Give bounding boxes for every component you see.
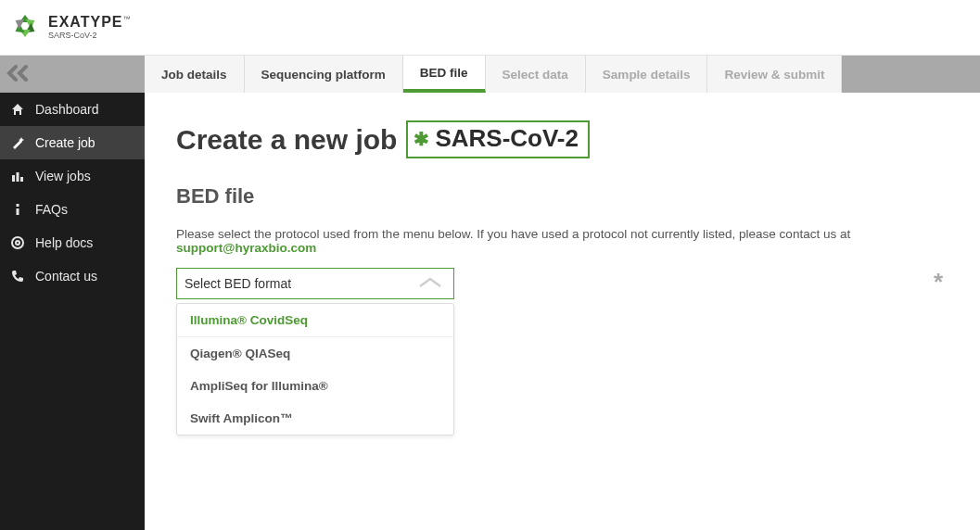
dropdown-option-swift-amplicon[interactable]: Swift Amplicon™ xyxy=(177,402,453,435)
sidebar-item-contact-us[interactable]: Contact us xyxy=(0,259,145,293)
dropdown-option-ampliseq-illumina[interactable]: AmpliSeq for Illumina® xyxy=(177,370,453,402)
brand-text: EXATYPE™ SARS-CoV-2 xyxy=(48,15,131,40)
svg-rect-4 xyxy=(17,208,19,215)
section-description: Please select the protocol used from the… xyxy=(176,227,948,255)
dropdown-option-qiagen-qiaseq[interactable]: Qiagen® QIASeq xyxy=(177,337,453,370)
wizard-tabs: Job details Sequencing platform BED file… xyxy=(145,56,980,93)
virus-icon: ✱ xyxy=(414,128,429,150)
brand-tm: ™ xyxy=(123,15,131,23)
tab-select-data: Select data xyxy=(486,56,586,93)
sidebar-item-label: Contact us xyxy=(35,269,97,284)
virus-badge: ✱ SARS-CoV-2 xyxy=(406,120,590,158)
page-title-row: Create a new job ✱ SARS-CoV-2 xyxy=(176,120,948,158)
section-title: BED file xyxy=(176,184,948,208)
tab-job-details[interactable]: Job details xyxy=(145,56,245,93)
sidebar-item-label: Create job xyxy=(35,135,95,150)
life-ring-icon xyxy=(11,236,24,249)
tab-review-submit: Review & submit xyxy=(707,56,842,93)
sidebar-collapse-toggle[interactable] xyxy=(0,56,145,93)
phone-icon xyxy=(11,270,24,283)
sidebar: Dashboard Create job View jobs FAQs Help xyxy=(0,56,145,530)
chevron-double-left-icon xyxy=(6,65,32,84)
svg-rect-2 xyxy=(20,177,23,182)
dropdown-option-illumina-covidseq[interactable]: Illumina® CovidSeq xyxy=(177,304,453,337)
sidebar-item-label: Help docs xyxy=(35,235,93,250)
sidebar-item-label: Dashboard xyxy=(35,102,99,117)
content-area: Job details Sequencing platform BED file… xyxy=(145,56,980,530)
tab-sequencing-platform[interactable]: Sequencing platform xyxy=(245,56,403,93)
brand-subtitle: SARS-CoV-2 xyxy=(48,32,131,40)
bars-icon xyxy=(11,170,24,183)
sidebar-item-label: FAQs xyxy=(35,202,68,217)
svg-rect-3 xyxy=(17,204,19,207)
support-email-link[interactable]: support@hyraxbio.com xyxy=(176,241,316,255)
required-indicator: * xyxy=(934,268,948,297)
bed-format-select[interactable]: Select BED format xyxy=(176,268,454,299)
info-icon xyxy=(11,203,24,216)
bed-format-dropdown: Illumina® CovidSeq Qiagen® QIASeq AmpliS… xyxy=(176,303,454,435)
sidebar-item-view-jobs[interactable]: View jobs xyxy=(0,159,145,193)
home-icon xyxy=(11,103,24,116)
sidebar-item-create-job[interactable]: Create job xyxy=(0,126,145,159)
svg-point-5 xyxy=(12,237,23,248)
svg-rect-1 xyxy=(17,172,19,182)
tab-bed-file[interactable]: BED file xyxy=(403,56,486,93)
chevron-up-icon xyxy=(416,276,444,292)
virus-badge-label: SARS-CoV-2 xyxy=(435,124,579,153)
svg-point-6 xyxy=(16,241,19,245)
tab-sample-details: Sample details xyxy=(586,56,708,93)
sidebar-item-dashboard[interactable]: Dashboard xyxy=(0,93,145,126)
svg-rect-0 xyxy=(12,175,15,182)
select-placeholder: Select BED format xyxy=(185,276,291,291)
top-header: EXATYPE™ SARS-CoV-2 xyxy=(0,0,980,56)
brand-logo[interactable]: EXATYPE™ SARS-CoV-2 xyxy=(9,10,131,45)
wand-icon xyxy=(11,136,24,149)
brand-mark-icon xyxy=(9,10,41,45)
sidebar-item-help-docs[interactable]: Help docs xyxy=(0,226,145,259)
brand-name: EXATYPE xyxy=(48,14,123,30)
sidebar-item-label: View jobs xyxy=(35,169,91,183)
page-heading: Create a new job xyxy=(176,124,397,156)
sidebar-item-faqs[interactable]: FAQs xyxy=(0,193,145,226)
